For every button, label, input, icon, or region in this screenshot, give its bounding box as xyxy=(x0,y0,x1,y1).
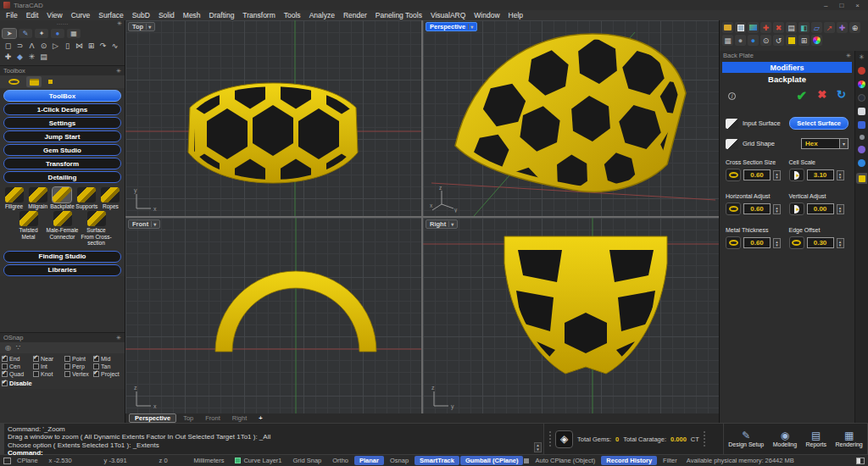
ring-tab-icon[interactable] xyxy=(8,79,19,85)
plane-tool-icon[interactable]: ▯ xyxy=(62,41,73,51)
layers-tool-icon[interactable]: ▤ xyxy=(38,52,49,62)
menu-transform[interactable]: Transform xyxy=(238,11,279,19)
menu-tools[interactable]: Tools xyxy=(280,11,305,19)
osnap-point[interactable]: Point xyxy=(64,356,93,362)
cross-section-size-input[interactable]: 0.60 xyxy=(743,169,771,180)
settings-button[interactable]: Settings xyxy=(3,117,121,129)
menu-solid[interactable]: Solid xyxy=(154,11,179,19)
current-layer[interactable]: Curve Layer1 xyxy=(230,457,287,464)
circle-tool-icon[interactable]: ⊙ xyxy=(38,41,49,51)
color-wheel-icon[interactable] xyxy=(811,35,822,46)
arc-tool-icon[interactable]: ⊃ xyxy=(14,41,25,51)
revolve-tool-icon[interactable]: ↷ xyxy=(97,41,108,51)
grid-snap-tool-icon[interactable]: ⊞ xyxy=(86,41,97,51)
viewport-top-label[interactable]: Top▾ xyxy=(128,22,155,31)
shaded-sphere-icon[interactable]: ● xyxy=(735,35,746,46)
tab-top[interactable]: Top xyxy=(178,414,198,422)
pencil-tool-icon[interactable]: ✎ xyxy=(19,29,32,38)
osnap-near[interactable]: Near xyxy=(33,356,64,362)
tab-right[interactable]: Right xyxy=(227,414,253,422)
cplane-icon[interactable]: ▱ xyxy=(811,22,822,33)
checkbox[interactable] xyxy=(93,371,99,377)
jump-start-button[interactable]: Jump Start xyxy=(3,130,121,142)
grid-tool-icon[interactable]: ▦ xyxy=(67,29,81,38)
layers-icon[interactable]: ▤ xyxy=(786,22,797,33)
panel-tab-icon[interactable] xyxy=(858,67,865,75)
ropes-tool[interactable]: Ropes xyxy=(99,187,122,209)
units-display[interactable]: Millimeters xyxy=(189,457,230,464)
checkbox[interactable] xyxy=(2,356,8,362)
display-panel-icon[interactable] xyxy=(858,108,865,115)
globe-icon[interactable]: ⊕ xyxy=(849,22,860,33)
cplane-checkbox-icon[interactable] xyxy=(3,458,11,464)
libraries-button[interactable]: Libraries xyxy=(3,264,121,276)
edge-offset-input[interactable]: 0.30 xyxy=(807,237,834,248)
mesh-icon[interactable]: ▦ xyxy=(722,35,733,46)
osnap-tan[interactable]: Tan xyxy=(93,363,124,369)
osnap-project[interactable]: Project xyxy=(93,371,124,377)
mini-tab-icon[interactable] xyxy=(48,80,53,84)
star-tool-icon[interactable]: ✦ xyxy=(35,29,48,38)
design-setup-button[interactable]: ✎Design Setup xyxy=(728,430,764,447)
menu-drafting[interactable]: Drafting xyxy=(205,11,239,19)
toggle-record-history[interactable]: Record History xyxy=(601,456,657,465)
male-female-connector-tool[interactable]: Male-Female Connector xyxy=(46,211,79,246)
osnap-mid[interactable]: Mid xyxy=(93,356,124,362)
one-click-designs-button[interactable]: 1-Click Designs xyxy=(3,103,121,115)
select-surface-button[interactable]: Select Surface xyxy=(789,117,849,130)
osnap-vertex[interactable]: Vertex xyxy=(64,371,93,377)
zoom-icon[interactable]: ⊙ xyxy=(760,35,771,46)
menu-render[interactable]: Render xyxy=(339,11,371,19)
menu-visualarq[interactable]: VisualARQ xyxy=(426,11,470,19)
drag-handle[interactable] xyxy=(549,431,551,447)
rendered-sphere-icon[interactable]: ● xyxy=(748,35,759,46)
cross-tool-icon[interactable]: ✚ xyxy=(3,52,14,62)
gem-studio-button[interactable]: Gem Studio xyxy=(3,144,121,156)
checkbox[interactable] xyxy=(33,356,39,362)
pointer-tool-icon[interactable]: ➤ xyxy=(3,29,16,38)
menu-surface[interactable]: Surface xyxy=(94,11,127,19)
toggle-osnap[interactable]: Osnap xyxy=(385,456,414,465)
flower-tool-icon[interactable]: ✳ xyxy=(26,52,37,62)
panel-tab-icon[interactable] xyxy=(858,121,865,129)
checkbox[interactable] xyxy=(64,363,70,369)
menu-edit[interactable]: Edit xyxy=(22,11,43,19)
undo-icon[interactable]: ↺ xyxy=(773,35,784,46)
flip-icon[interactable]: ◧ xyxy=(798,22,810,33)
osnap-cen[interactable]: Cen xyxy=(2,363,33,369)
checkbox[interactable] xyxy=(93,363,99,369)
info-icon[interactable]: i xyxy=(728,92,736,100)
stepper[interactable]: ▴▾ xyxy=(837,204,844,214)
gear-icon[interactable]: ✳ xyxy=(116,68,121,75)
maximize-button[interactable]: □ xyxy=(839,2,843,9)
chevron-down-icon[interactable]: ▾ xyxy=(468,24,473,30)
metal-thickness-input[interactable]: 0.60 xyxy=(743,237,771,248)
rendering-button[interactable]: ▦Rendering xyxy=(835,430,862,447)
toggle-planar[interactable]: Planar xyxy=(354,456,384,465)
surface-from-cross-section-tool[interactable]: Surface From Cross-section xyxy=(80,211,113,246)
panel-tab-icon[interactable] xyxy=(858,159,865,167)
toggle-auto-cplane[interactable]: Auto CPlane (Object) xyxy=(530,456,600,465)
toggle-grid-snap[interactable]: Grid Snap xyxy=(287,456,326,465)
osnap-quad[interactable]: Quad xyxy=(2,371,33,377)
milgrain-tool[interactable]: Milgrain xyxy=(26,187,49,209)
stepper[interactable]: ▴▾ xyxy=(837,170,844,180)
save-icon[interactable] xyxy=(735,22,746,33)
active-panel-tab-icon[interactable] xyxy=(856,173,867,184)
osnap-end[interactable]: End xyxy=(2,356,33,362)
color-wheel-panel-icon[interactable] xyxy=(858,80,865,88)
panel-tab-icon[interactable] xyxy=(858,146,865,153)
osnap-knot[interactable]: Knot xyxy=(33,371,64,377)
stepper[interactable]: ▴▾ xyxy=(773,238,781,248)
delete-icon[interactable]: ✖ xyxy=(773,22,784,33)
toolbar-drag-handle[interactable]: ⋯⋯✳ xyxy=(0,20,125,28)
stepper[interactable]: ▴▾ xyxy=(773,170,781,180)
viewport-perspective[interactable]: Perspective▾ xyxy=(423,20,719,216)
menu-help[interactable]: Help xyxy=(504,11,527,19)
toolbox-button[interactable]: ToolBox xyxy=(3,90,121,102)
export-icon[interactable]: ↗ xyxy=(824,22,835,33)
panel-toggle-icon[interactable] xyxy=(856,458,865,464)
gem-tool-icon[interactable]: ◆ xyxy=(14,52,25,62)
chevron-down-icon[interactable]: ▾ xyxy=(146,24,151,30)
checkbox[interactable] xyxy=(33,363,39,369)
